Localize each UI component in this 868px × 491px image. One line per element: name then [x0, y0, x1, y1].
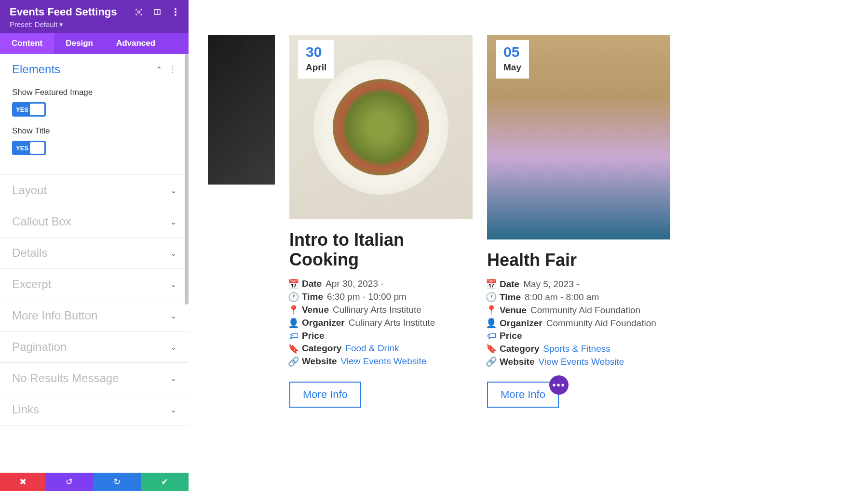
- chevron-down-icon: ⌄: [170, 280, 176, 289]
- chevron-down-icon: ⌄: [170, 405, 176, 414]
- sidebar-header: Events Feed Settings Preset: Default ▾: [0, 0, 189, 33]
- settings-tabs: Content Design Advanced: [0, 33, 189, 54]
- tag-icon: 🏷: [289, 331, 298, 341]
- section-header-no-results[interactable]: No Results Message⌄: [0, 363, 189, 394]
- tab-advanced[interactable]: Advanced: [105, 33, 167, 54]
- chevron-down-icon: ⌄: [170, 186, 176, 195]
- link-icon: 🔗: [289, 356, 298, 367]
- date-badge: 30 April: [298, 40, 334, 79]
- chevron-down-icon: ⌄: [170, 343, 176, 352]
- chevron-down-icon: ⌄: [170, 249, 176, 258]
- chevron-up-icon: ⌃: [156, 65, 162, 74]
- preview-canvas: 30 April Intro to Italian Cooking 📅Date …: [189, 0, 868, 491]
- cancel-button[interactable]: ✖: [0, 473, 45, 491]
- event-title[interactable]: Health Fair: [487, 250, 670, 270]
- date-badge: 05 May: [496, 40, 529, 79]
- event-image: 30 April: [289, 35, 473, 219]
- section-header-elements[interactable]: Elements ⌃ ⋮: [0, 54, 189, 85]
- toggle-label-featured-image: Show Featured Image: [12, 88, 176, 97]
- svg-point-4: [175, 11, 176, 13]
- section-header-callout-box[interactable]: Callout Box⌄: [0, 206, 189, 237]
- more-info-button[interactable]: More Info: [289, 382, 361, 408]
- toggle-knob: [30, 104, 44, 115]
- event-card[interactable]: 30 April Intro to Italian Cooking 📅Date …: [289, 35, 473, 408]
- redo-button[interactable]: ↻: [93, 473, 141, 491]
- category-link[interactable]: Food & Drink: [345, 343, 399, 354]
- chevron-down-icon: ⌄: [170, 311, 176, 320]
- apply-button[interactable]: ✔: [141, 473, 189, 491]
- section-header-links[interactable]: Links⌄: [0, 394, 189, 425]
- clock-icon: 🕐: [289, 292, 298, 303]
- chevron-down-icon: ⌄: [170, 374, 176, 383]
- more-info-button[interactable]: More Info: [487, 382, 559, 408]
- svg-point-3: [175, 8, 176, 10]
- svg-point-5: [175, 14, 176, 16]
- section-header-excerpt[interactable]: Excerpt⌄: [0, 269, 189, 300]
- website-link[interactable]: View Events Website: [341, 356, 427, 367]
- sidebar-footer: ✖ ↺ ↻ ✔: [0, 473, 189, 491]
- bookmark-icon: 🔖: [289, 343, 298, 354]
- scrollbar-thumb[interactable]: [185, 54, 189, 305]
- calendar-icon: 📅: [289, 279, 298, 290]
- bookmark-icon: 🔖: [487, 343, 496, 354]
- more-icon[interactable]: [171, 8, 180, 16]
- section-more-icon[interactable]: ⋮: [169, 65, 176, 74]
- toggle-title[interactable]: YES: [12, 141, 46, 155]
- event-title[interactable]: Intro to Italian Cooking: [289, 230, 473, 270]
- section-header-layout[interactable]: Layout⌄: [0, 175, 189, 206]
- settings-sidebar: Events Feed Settings Preset: Default ▾ C…: [0, 0, 189, 491]
- clock-icon: 🕐: [487, 292, 496, 303]
- website-link[interactable]: View Events Website: [539, 357, 624, 367]
- event-image: 05 May: [487, 35, 670, 239]
- chevron-down-icon: ⌄: [170, 217, 176, 226]
- person-icon: 👤: [487, 318, 496, 329]
- tab-content[interactable]: Content: [0, 33, 54, 54]
- pin-icon: 📍: [289, 305, 298, 316]
- preset-dropdown[interactable]: Preset: Default ▾: [10, 20, 179, 29]
- section-elements: Elements ⌃ ⋮ Show Featured Image YES: [0, 54, 189, 175]
- chevron-down-icon: ▾: [59, 20, 63, 28]
- columns-icon[interactable]: [153, 8, 162, 16]
- event-card-partial[interactable]: [208, 35, 275, 185]
- svg-rect-0: [138, 11, 140, 13]
- toggle-featured-image[interactable]: YES: [12, 102, 46, 117]
- link-icon: 🔗: [487, 356, 496, 367]
- tag-icon: 🏷: [487, 331, 496, 341]
- undo-button[interactable]: ↺: [45, 473, 93, 491]
- floating-action-button[interactable]: •••: [549, 375, 569, 395]
- calendar-icon: 📅: [487, 279, 496, 290]
- section-header-more-info-button[interactable]: More Info Button⌄: [0, 300, 189, 331]
- event-card[interactable]: 05 May Health Fair 📅Date May 5, 2023 - 🕐…: [487, 35, 670, 408]
- section-header-details[interactable]: Details⌄: [0, 238, 189, 268]
- toggle-knob: [30, 142, 44, 154]
- expand-icon[interactable]: [135, 8, 143, 16]
- sections-scroll[interactable]: Elements ⌃ ⋮ Show Featured Image YES: [0, 54, 189, 473]
- person-icon: 👤: [289, 318, 298, 329]
- section-header-pagination[interactable]: Pagination⌄: [0, 332, 189, 362]
- tab-design[interactable]: Design: [54, 33, 105, 54]
- category-link[interactable]: Sports & Fitness: [543, 344, 610, 354]
- toggle-label-title: Show Title: [12, 126, 176, 136]
- pin-icon: 📍: [487, 305, 496, 316]
